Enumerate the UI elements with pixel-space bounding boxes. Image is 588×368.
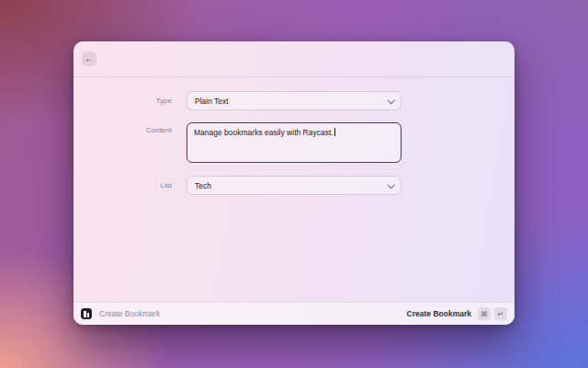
desktop-background: ← Type Plain Text Content Manage bookmar… (0, 0, 588, 368)
list-dropdown-value: Tech (195, 181, 211, 190)
create-bookmark-action-label: Create Bookmark (407, 309, 471, 318)
content-label: Content (74, 125, 172, 136)
type-dropdown-value: Plain Text (195, 97, 229, 106)
window-header: ← (74, 41, 514, 77)
raycast-window: ← Type Plain Text Content Manage bookmar… (74, 41, 514, 325)
return-key-icon: ↵ (494, 307, 507, 320)
list-label: List (74, 176, 172, 195)
type-dropdown[interactable]: Plain Text (187, 91, 401, 110)
window-footer: Create Bookmark Create Bookmark ⌘ ↵ (74, 302, 514, 325)
text-cursor (334, 128, 335, 136)
chevron-down-icon (387, 97, 394, 104)
back-button[interactable]: ← (82, 52, 96, 66)
arrow-left-icon: ← (85, 54, 94, 63)
chevron-down-icon (387, 181, 394, 189)
content-textarea[interactable]: Manage bookmarks easily with Raycast. (187, 122, 401, 163)
extension-name: Create Bookmark (99, 309, 160, 318)
create-bookmark-action[interactable]: Create Bookmark ⌘ ↵ (407, 307, 507, 320)
type-label: Type (74, 91, 172, 110)
command-key-icon: ⌘ (478, 307, 491, 320)
content-textarea-value: Manage bookmarks easily with Raycast. (194, 128, 334, 137)
list-dropdown[interactable]: Tech (187, 176, 401, 195)
bookmarks-extension-icon (81, 308, 92, 319)
